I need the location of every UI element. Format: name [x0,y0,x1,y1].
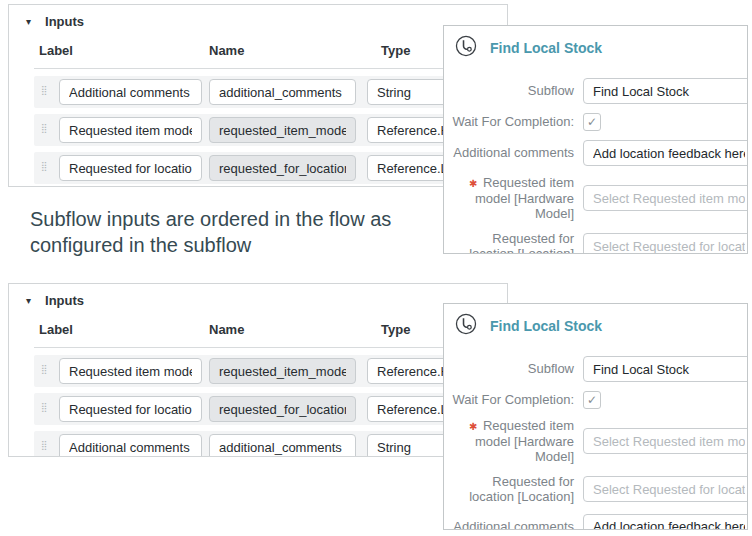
check-icon: ✓ [587,116,597,128]
input-rows: ⣿ ⣿ ⣿ [9,76,507,184]
field-row: Additional comments [444,140,747,166]
row-label-input[interactable] [59,396,202,422]
check-icon: ✓ [587,394,597,406]
wait-for-completion-checkbox[interactable]: ✓ [583,391,601,409]
field-label: Requested for location [Location] [444,474,574,505]
field-row: Wait For Completion: ✓ [444,391,747,409]
field-input[interactable] [583,428,748,454]
field-label: Wait For Completion: [444,114,574,130]
row-label-input[interactable] [59,117,202,143]
subflow-config-panel: Find Local Stock Subflow Wait For Comple… [443,25,748,254]
row-label-input[interactable] [59,79,202,105]
collapse-triangle-icon[interactable]: ▾ [26,17,31,27]
inputs-panel-title: Inputs [45,293,84,308]
field-control [583,185,748,211]
subflow-config-panel: Find Local Stock Subflow Wait For Comple… [443,303,748,530]
field-control [583,140,748,166]
field-label: ✱ Requested item model [Hardware Model] [444,418,574,465]
field-label: Subflow [444,361,574,377]
field-label: Additional comments [444,519,574,530]
drag-handle-icon[interactable]: ⣿ [41,86,48,95]
drag-handle-icon[interactable]: ⣿ [41,124,48,133]
row-name-input[interactable] [209,358,356,384]
row-label-input[interactable] [59,434,202,457]
field-row: Additional comments [444,514,747,530]
collapse-triangle-icon[interactable]: ▾ [26,296,31,306]
row-name-input[interactable] [209,434,356,457]
field-control [583,514,748,530]
field-label: Additional comments [444,145,574,161]
field-label: Requested for location [Location] [444,231,574,254]
inputs-panel: ▾ Inputs Label Name Type ⣿ ⣿ ⣿ [8,283,508,457]
field-input[interactable] [583,356,748,382]
field-label: ✱ Requested item model [Hardware Model] [444,175,574,222]
field-row: Wait For Completion: ✓ [444,113,747,131]
column-header-label: Label [39,43,73,58]
field-row: Subflow [444,356,747,382]
inputs-panel: ▾ Inputs Label Name Type ⣿ ⣿ ⣿ [8,4,508,187]
header-separator [34,347,507,348]
column-header-type: Type [381,43,410,58]
table-row: ⣿ [34,393,499,425]
page: Subflow inputs are ordered in the flow a… [0,0,752,536]
required-marker-icon: ✱ [469,178,477,189]
header-separator [34,68,507,69]
row-name-input[interactable] [209,155,356,181]
subflow-icon [455,313,477,339]
column-header-label: Label [39,322,73,337]
field-input[interactable] [583,233,748,254]
table-column-headers: Label Name Type [9,43,507,59]
subflow-panel-title: Find Local Stock [490,40,602,56]
field-control [583,78,748,104]
row-label-input[interactable] [59,358,202,384]
field-input[interactable] [583,514,748,530]
field-control [583,428,748,454]
subflow-fields: Subflow Wait For Completion: ✓ Additiona… [444,78,747,254]
table-column-headers: Label Name Type [9,322,507,338]
field-control [583,476,748,502]
field-row: Subflow [444,78,747,104]
field-control [583,356,748,382]
field-row: Requested for location [Location] [444,231,747,254]
subflow-icon [455,35,477,61]
field-input[interactable] [583,140,748,166]
inputs-panel-header: ▾ Inputs [9,284,507,308]
row-label-input[interactable] [59,155,202,181]
field-input[interactable] [583,78,748,104]
table-row: ⣿ [34,114,499,146]
drag-handle-icon[interactable]: ⣿ [41,441,48,450]
subflow-panel-header: Find Local Stock [444,304,747,339]
table-row: ⣿ [34,355,499,387]
field-control [583,233,748,254]
subflow-fields: Subflow Wait For Completion: ✓ ✱ Request… [444,356,747,530]
column-header-type: Type [381,322,410,337]
field-row: ✱ Requested item model [Hardware Model] [444,418,747,465]
drag-handle-icon[interactable]: ⣿ [41,403,48,412]
inputs-panel-title: Inputs [45,14,84,29]
field-control: ✓ [583,113,601,131]
row-name-input[interactable] [209,396,356,422]
subflow-panel-header: Find Local Stock [444,26,747,61]
field-control: ✓ [583,391,601,409]
caption: Subflow inputs are ordered in the flow a… [30,206,450,258]
subflow-panel-title: Find Local Stock [490,318,602,334]
field-label: Subflow [444,83,574,99]
wait-for-completion-checkbox[interactable]: ✓ [583,113,601,131]
field-row: ✱ Requested item model [Hardware Model] [444,175,747,222]
column-header-name: Name [209,43,244,58]
required-marker-icon: ✱ [469,421,477,432]
table-row: ⣿ [34,152,499,184]
drag-handle-icon[interactable]: ⣿ [41,162,48,171]
table-row: ⣿ [34,431,499,457]
drag-handle-icon[interactable]: ⣿ [41,365,48,374]
field-input[interactable] [583,185,748,211]
field-input[interactable] [583,476,748,502]
field-label: Wait For Completion: [444,392,574,408]
input-rows: ⣿ ⣿ ⣿ [9,355,507,457]
row-name-input[interactable] [209,79,356,105]
row-name-input[interactable] [209,117,356,143]
column-header-name: Name [209,322,244,337]
table-row: ⣿ [34,76,499,108]
field-row: Requested for location [Location] [444,474,747,505]
inputs-panel-header: ▾ Inputs [9,5,507,29]
